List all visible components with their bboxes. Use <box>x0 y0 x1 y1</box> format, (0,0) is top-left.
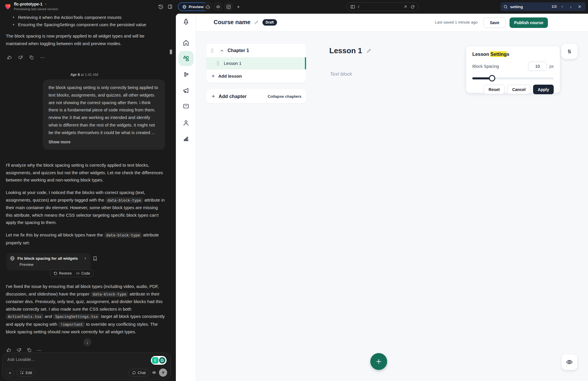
voice-input-icon[interactable] <box>151 370 157 375</box>
add-block-fab[interactable] <box>370 353 387 370</box>
find-next-icon[interactable]: ↓ <box>568 3 574 10</box>
add-chapter-button[interactable]: Add chapter <box>211 94 246 99</box>
rocket-icon[interactable] <box>181 18 191 27</box>
save-button[interactable]: Save <box>483 17 506 28</box>
megaphone-icon[interactable] <box>181 86 191 95</box>
grammarly-badge[interactable]: G <box>151 356 167 365</box>
lesson-name: Lesson 1 <box>224 61 242 66</box>
search-icon <box>503 5 508 9</box>
chapter-title: Chapter 1 <box>228 48 249 53</box>
edit-pencil-icon[interactable] <box>366 48 372 54</box>
preview-eye-button[interactable] <box>562 354 577 370</box>
chapter-header-row[interactable]: Chapter 1 <box>206 44 306 57</box>
collapse-chapters-link[interactable]: Collapse chapters <box>268 94 301 99</box>
send-button[interactable] <box>159 368 167 377</box>
chevron-right-icon <box>83 257 87 260</box>
show-more-link[interactable]: Show more <box>49 138 159 146</box>
close-find-icon[interactable]: ✕ <box>576 3 583 10</box>
drag-handle[interactable] <box>216 61 220 66</box>
assistant-paragraph: Looking at your code, I noticed that the… <box>6 189 165 226</box>
message-timestamp: Apr 8 at 1:41 AM <box>0 73 169 77</box>
project-name: flc-prototype-1 <box>14 2 42 6</box>
assistant-paragraph: Let me fix this by ensuring all block ty… <box>6 231 165 246</box>
cancel-button[interactable]: Cancel <box>507 85 530 94</box>
settings-title-post: s <box>507 51 509 57</box>
inbox-icon[interactable] <box>181 102 191 111</box>
preview-button[interactable]: Preview <box>178 3 208 11</box>
apply-button[interactable]: Apply <box>533 85 554 94</box>
edit-mode-button[interactable]: Edit <box>16 369 35 377</box>
history-icon[interactable] <box>157 3 164 10</box>
find-previous-icon[interactable]: ↑ <box>559 3 565 10</box>
chevron-up-icon[interactable] <box>220 49 224 53</box>
lovable-logo-icon[interactable] <box>4 3 12 10</box>
edit-pencil-icon[interactable] <box>254 20 259 25</box>
panel-toggle-icon[interactable] <box>167 3 174 10</box>
sliders-icon <box>566 49 572 54</box>
block-spacing-input[interactable] <box>528 62 547 71</box>
grammarly-g-icon: G <box>159 357 165 364</box>
slider-thumb[interactable] <box>489 75 495 81</box>
last-saved-text: Last saved 1 minute ago <box>435 20 478 24</box>
plus-icon <box>211 94 216 99</box>
project-name-menu[interactable]: flc-prototype-1 <box>14 2 47 6</box>
restore-button[interactable]: Restore <box>53 271 72 275</box>
chapter-toolbar-card: Add chapter Collapse chapters <box>206 89 306 103</box>
person-icon[interactable] <box>181 118 191 127</box>
groups-icon[interactable] <box>181 70 191 79</box>
search-input[interactable] <box>510 5 542 9</box>
version-card[interactable]: Fix block spacing for all widgets Previe… <box>6 253 91 270</box>
course-title: Course name <box>214 19 251 26</box>
attach-plus-icon[interactable]: + <box>6 369 14 377</box>
more-icon[interactable]: ⋯ <box>40 54 45 60</box>
app-nav-rail <box>176 14 196 381</box>
refresh-icon[interactable] <box>410 5 415 9</box>
chapter-card: Chapter 1 Lesson 1 Add lesson <box>206 44 306 83</box>
search-highlight: Setting <box>490 51 507 57</box>
chat-input[interactable] <box>7 357 118 362</box>
settings-sliders-button[interactable] <box>561 44 578 59</box>
code-label: Code <box>81 271 90 275</box>
url-bar[interactable]: / <box>346 2 419 11</box>
block-spacing-slider[interactable] <box>472 75 554 81</box>
cloud-icon[interactable] <box>203 3 212 11</box>
chat-label: Chat <box>138 371 146 375</box>
add-tab-icon[interactable]: + <box>235 3 242 10</box>
code-button[interactable]: Code <box>76 271 90 275</box>
scroll-to-bottom-button[interactable]: ↓ <box>83 338 91 346</box>
bookmark-icon[interactable] <box>92 256 99 262</box>
timestamp-date: Apr 8 <box>70 73 80 77</box>
copy-icon[interactable] <box>28 54 34 60</box>
globe-icon <box>182 5 187 9</box>
external-link-icon[interactable] <box>403 5 408 9</box>
courses-nav-icon[interactable] <box>178 51 194 66</box>
select-edit-icon <box>20 371 24 375</box>
version-card-title: Fix block spacing for all widgets <box>17 256 78 261</box>
analytics-icon[interactable] <box>224 3 233 11</box>
chat-scrollbar-thumb[interactable] <box>170 49 172 54</box>
app-header: Course name Draft Last saved 1 minute ag… <box>196 14 588 32</box>
screen: flc-prototype-1 Previewing last saved ve… <box>0 0 588 381</box>
add-lesson-label: Add lesson <box>218 74 242 79</box>
drag-handle[interactable] <box>210 48 214 53</box>
thumbs-up-icon[interactable] <box>6 54 12 60</box>
url-path: / <box>358 5 400 9</box>
assistant-paragraph: The block spacing is now properly applie… <box>6 32 165 47</box>
search-result-count: 1/3 <box>552 5 557 9</box>
lesson-page-title: Lesson 1 <box>329 46 362 55</box>
home-icon[interactable] <box>181 38 191 47</box>
lesson-settings-panel: Lesson Settings Block Spacing px Reset C… <box>466 46 560 93</box>
chat-mode-button[interactable]: Chat <box>128 369 149 377</box>
text-block-placeholder[interactable]: Text block <box>330 71 352 77</box>
preview-button-label: Preview <box>189 5 203 9</box>
reset-button[interactable]: Reset <box>484 85 505 94</box>
add-lesson-button[interactable]: Add lesson <box>206 69 306 83</box>
chart-icon[interactable] <box>181 134 191 143</box>
lesson-settings-title: Lesson Settings <box>472 51 554 57</box>
lesson-row[interactable]: Lesson 1 <box>206 57 306 69</box>
message-actions: ⋯ <box>6 54 45 60</box>
publish-course-button[interactable]: Publish course <box>510 17 548 28</box>
thumbs-down-icon[interactable] <box>17 54 23 60</box>
find-bar: 1/3 ↑ ↓ ✕ <box>501 2 586 11</box>
code-icon[interactable] <box>214 3 222 11</box>
